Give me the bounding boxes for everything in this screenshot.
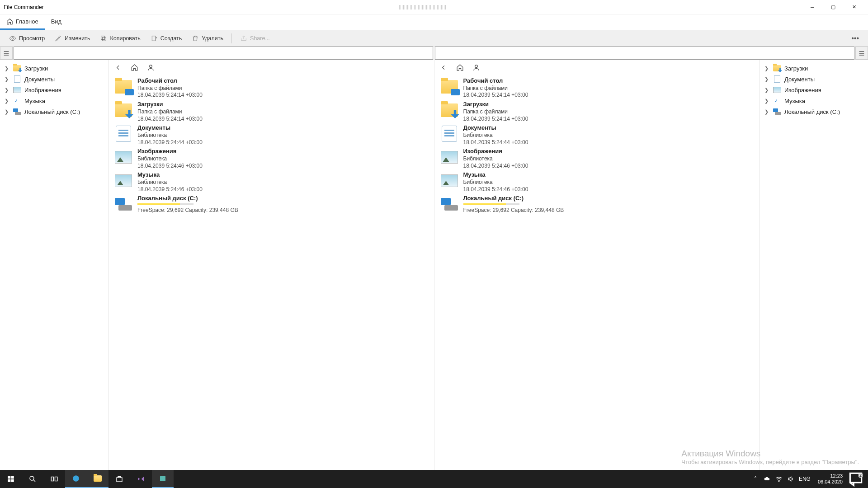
- tree-item[interactable]: ❯Изображения: [2, 84, 106, 95]
- edge-taskbar-icon[interactable]: [65, 470, 87, 488]
- delete-button[interactable]: Удалить: [187, 33, 228, 44]
- vs-taskbar-icon[interactable]: [130, 470, 152, 488]
- file-name: Локальный диск (C:): [137, 195, 238, 202]
- tree-item[interactable]: ❯Локальный диск (C:): [2, 106, 106, 117]
- create-button[interactable]: Создать: [146, 33, 187, 44]
- path-input-right[interactable]: [435, 47, 854, 60]
- user-button[interactable]: [146, 62, 156, 72]
- pane-right: Рабочий столПапка с файлами18.04.2039 5:…: [434, 60, 760, 470]
- chevron-icon: ❯: [764, 109, 770, 115]
- grip-handle[interactable]: [399, 5, 447, 9]
- view-button[interactable]: Просмотр: [5, 33, 49, 44]
- tree-item[interactable]: ❯Музыка: [762, 95, 866, 106]
- file-row[interactable]: ЗагрузкиПапка с файлами18.04.2039 5:24:1…: [438, 100, 756, 123]
- tree-item-label: Загрузки: [24, 65, 48, 72]
- file-type: Библиотека: [463, 155, 528, 163]
- search-button[interactable]: [22, 470, 43, 488]
- file-row[interactable]: ДокументыБиблиотека18.04.2039 5:24:44 +0…: [438, 123, 756, 147]
- share-button[interactable]: Share...: [236, 33, 274, 44]
- file-date: 18.04.2039 5:24:14 +03:00: [137, 92, 203, 99]
- file-date: 18.04.2039 5:24:46 +03:00: [463, 186, 528, 193]
- tree-item[interactable]: ❯Загрузки: [2, 63, 106, 74]
- file-row[interactable]: Рабочий столПапка с файлами18.04.2039 5:…: [438, 76, 756, 100]
- tree-item[interactable]: ❯Локальный диск (C:): [762, 106, 866, 117]
- svg-point-5: [475, 65, 478, 67]
- maximize-button[interactable]: ▢: [823, 0, 844, 14]
- edit-button[interactable]: Изменить: [50, 33, 94, 44]
- chevron-icon: ❯: [5, 76, 10, 82]
- tree-item-label: Документы: [24, 76, 55, 83]
- wifi-icon[interactable]: [775, 475, 783, 483]
- documents-icon: [442, 126, 457, 142]
- file-type: Папка с файлами: [463, 85, 528, 92]
- app-taskbar-icon[interactable]: [152, 470, 174, 488]
- file-row[interactable]: ИзображенияБиблиотека18.04.2039 5:24:46 …: [112, 147, 430, 170]
- taskview-button[interactable]: [43, 470, 65, 488]
- file-row[interactable]: Локальный диск (C:)FreeSpace: 29,692 Cap…: [438, 194, 756, 215]
- language-indicator[interactable]: ENG: [799, 476, 811, 482]
- clock[interactable]: 12:23 06.04.2020: [815, 473, 843, 484]
- home-button[interactable]: [129, 62, 139, 72]
- file-row[interactable]: Локальный диск (C:)FreeSpace: 29,692 Cap…: [112, 194, 430, 215]
- file-row[interactable]: МузыкаБиблиотека18.04.2039 5:24:46 +03:0…: [438, 170, 756, 194]
- svg-rect-14: [117, 478, 122, 482]
- tree-item[interactable]: ❯Документы: [2, 74, 106, 84]
- home-button[interactable]: [455, 62, 465, 72]
- start-button[interactable]: [0, 470, 22, 488]
- tray-chevron-icon[interactable]: ˄: [752, 475, 759, 483]
- documents-icon: [116, 126, 131, 142]
- tab-view[interactable]: Вид: [45, 14, 68, 30]
- tree-item[interactable]: ❯Документы: [762, 74, 866, 84]
- close-button[interactable]: ✕: [844, 0, 864, 14]
- svg-point-4: [149, 65, 152, 67]
- chevron-icon: ❯: [764, 66, 770, 71]
- onedrive-icon[interactable]: [764, 475, 771, 483]
- svg-point-16: [778, 481, 779, 482]
- document-icon: [774, 75, 780, 83]
- svg-rect-7: [11, 476, 14, 479]
- file-name: Музыка: [463, 171, 528, 179]
- trash-icon: [192, 35, 199, 42]
- file-type: Библиотека: [137, 155, 203, 163]
- file-type: Библиотека: [463, 179, 528, 186]
- overflow-menu[interactable]: •••: [847, 34, 863, 42]
- tab-view-label: Вид: [51, 18, 62, 25]
- picture-icon: [773, 87, 781, 93]
- copy-button[interactable]: Копировать: [95, 33, 145, 44]
- tree-item-label: Изображения: [24, 87, 61, 94]
- chevron-icon: ❯: [764, 76, 770, 82]
- user-button[interactable]: [472, 62, 481, 72]
- downloads-folder-icon: [115, 103, 132, 117]
- back-button[interactable]: [439, 62, 449, 72]
- file-row[interactable]: ДокументыБиблиотека18.04.2039 5:24:44 +0…: [112, 123, 430, 147]
- explorer-taskbar-icon[interactable]: [87, 470, 108, 488]
- file-type: Папка с файлами: [137, 85, 203, 92]
- tab-main[interactable]: Главное: [0, 14, 45, 30]
- back-button[interactable]: [113, 62, 123, 72]
- notifications-button[interactable]: 2: [847, 470, 864, 488]
- svg-rect-1: [103, 37, 106, 41]
- hamburger-right[interactable]: [855, 47, 868, 60]
- file-row[interactable]: ЗагрузкиПапка с файлами18.04.2039 5:24:1…: [112, 100, 430, 123]
- file-name: Локальный диск (C:): [463, 195, 564, 202]
- store-taskbar-icon[interactable]: [108, 470, 130, 488]
- tree-item-label: Музыка: [24, 98, 45, 104]
- file-list-left: Рабочий столПапка с файлами18.04.2039 5:…: [108, 75, 434, 470]
- path-input-left[interactable]: [14, 47, 433, 60]
- file-type: Папка с файлами: [137, 108, 203, 116]
- file-row[interactable]: МузыкаБиблиотека18.04.2039 5:24:46 +03:0…: [112, 170, 430, 194]
- file-row[interactable]: Рабочий столПапка с файлами18.04.2039 5:…: [112, 76, 430, 100]
- volume-icon[interactable]: [787, 475, 794, 483]
- minimize-button[interactable]: ─: [802, 0, 823, 14]
- disk-icon: [773, 108, 781, 115]
- tree-item[interactable]: ❯Музыка: [2, 95, 106, 106]
- tree-item[interactable]: ❯Загрузки: [762, 63, 866, 74]
- hamburger-left[interactable]: [0, 47, 13, 60]
- file-type: Библиотека: [463, 132, 528, 139]
- downloads-folder-icon: [441, 103, 458, 117]
- taskbar: ˄ ENG 12:23 06.04.2020 2: [0, 470, 868, 488]
- file-row[interactable]: ИзображенияБиблиотека18.04.2039 5:24:46 …: [438, 147, 756, 170]
- desktop-folder-icon: [441, 80, 458, 94]
- tree-item[interactable]: ❯Изображения: [762, 84, 866, 95]
- tree-item-label: Локальный диск (C:): [24, 108, 80, 115]
